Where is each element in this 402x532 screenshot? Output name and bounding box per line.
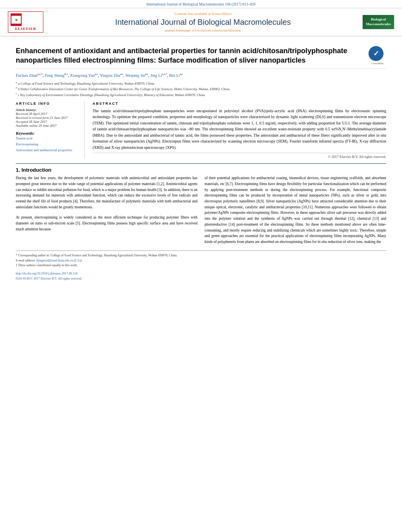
article-info-abstract: ARTICLE INFO Article history: Received 2… (16, 102, 386, 159)
corresponding-note: * Corresponding author at: College of Fo… (16, 253, 386, 258)
authors-line: Fuchao Zhana,c,1, Feng Shengb,1, Xiangxi… (16, 72, 386, 79)
revised-date: Received in revised form 23 June 2017 (16, 116, 80, 120)
keyword-1: Tannin acid (16, 135, 80, 141)
journal-header: 🌳 ELSEVIER Contents lists available at S… (0, 8, 402, 37)
homepage-url[interactable]: www.elsevier.com/locate/ijbiomac (192, 28, 241, 32)
author-feng: Feng Sheng (45, 73, 65, 77)
top-bar: International Journal of Biological Macr… (0, 0, 402, 8)
affiliation-b: b b Hubei Collaborative Innovation Cente… (16, 86, 386, 92)
introduction-section: 1. Introduction During the last few year… (16, 167, 386, 245)
email-line: E-mail address: lijingfood@mail.hzau.edu… (16, 258, 386, 263)
author-yingrui: Yingrui Zhu (100, 73, 120, 77)
accepted-date: Accepted 28 June 2017 (16, 120, 80, 124)
keyword-3: Antioxidant and antibacterial properties (16, 147, 80, 153)
introduction-title: 1. Introduction (16, 167, 386, 173)
intro-left-col: During the last few years, the developme… (16, 175, 197, 245)
keywords-section: Keywords: Tannin acid Electrospinning An… (16, 131, 80, 154)
copyright-line: © 2017 Elsevier B.V. All rights reserved… (93, 153, 386, 159)
keyword-2: Electrospinning (16, 141, 80, 147)
elsevier-text: ELSEVIER (11, 27, 41, 31)
footnote-area: * Corresponding author at: College of Fo… (16, 250, 386, 282)
introduction-body: During the last few years, the developme… (16, 175, 386, 245)
author-bin: Bin Li (169, 73, 180, 77)
affiliation-a: a a College of Food Science and Technolo… (16, 80, 386, 86)
bio-macro-logo-box: Biological Macromolecules (363, 15, 394, 29)
author-jing: Jing Li (150, 73, 162, 77)
abstract-text: The tannin acid/chitosan/tripolyphosphat… (93, 108, 386, 151)
journal-header-center: Contents lists available at ScienceDirec… (43, 12, 363, 32)
intro-right-col: of their potential applications for anti… (205, 175, 386, 245)
journal-citation: International Journal of Biological Macr… (147, 2, 256, 6)
article-title-section: Enhancement of antioxidant and antibacte… (16, 41, 386, 69)
article-info-column: ARTICLE INFO Article history: Received 2… (16, 102, 85, 159)
elsevier-logo: 🌳 ELSEVIER (8, 11, 43, 33)
keywords-title: Keywords: (16, 131, 80, 135)
section-divider (16, 163, 386, 164)
crossmark: ✓ CrossMark (368, 46, 386, 65)
affiliation-c: c c Key Laboratory of Environment Correl… (16, 92, 386, 98)
journal-homepage: journal homepage: www.elsevier.com/locat… (43, 28, 363, 32)
issn-line: 0141-8130/© 2017 Elsevier B.V. All right… (16, 276, 386, 282)
abstract-header: ABSTRACT (93, 102, 386, 106)
sciencedirect-name[interactable]: ScienceDirect (212, 12, 231, 16)
email-link[interactable]: lijingfood@mail.hzau.edu.cn (36, 259, 73, 262)
intro-para-3: of their potential applications for anti… (205, 175, 386, 245)
bio-macro-text: Biological Macromolecules (365, 17, 392, 26)
history-title: Article history: (16, 108, 80, 112)
intro-para-1: During the last few years, the developme… (16, 175, 197, 210)
abstract-column: ABSTRACT The tannin acid/chitosan/tripol… (93, 102, 386, 159)
author-xiangxing: Xiangxing Yan (70, 73, 95, 77)
intro-para-2: At present, electrospinning is widely co… (16, 215, 197, 232)
author-weiping: Weiping Jin (125, 73, 145, 77)
journal-logo: Biological Macromolecules (363, 15, 394, 29)
crossmark-icon: ✓ (368, 46, 383, 61)
doi-url[interactable]: http://dx.doi.org/10.1016/j.ijbiomac.201… (16, 271, 386, 276)
crossmark-label: CrossMark (368, 62, 386, 65)
author-fuchao: Fuchao Zhan (16, 73, 37, 77)
available-date: Available online 29 June 2017 (16, 124, 80, 128)
affiliations: a a College of Food Science and Technolo… (16, 80, 386, 98)
article-title: Enhancement of antioxidant and antibacte… (16, 46, 365, 65)
doi-line: http://dx.doi.org/10.1016/j.ijbiomac.201… (16, 271, 386, 282)
equal-contribution-note: 1 These authors contributed equally to t… (16, 263, 386, 268)
journal-title: International Journal of Biological Macr… (43, 17, 363, 27)
content-area: Enhancement of antioxidant and antibacte… (0, 37, 402, 285)
article-history: Article history: Received 28 April 2017 … (16, 108, 80, 128)
sciencedirect-link: Contents lists available at ScienceDirec… (43, 12, 363, 16)
received-date: Received 28 April 2017 (16, 112, 80, 116)
article-info-header: ARTICLE INFO (16, 102, 80, 106)
